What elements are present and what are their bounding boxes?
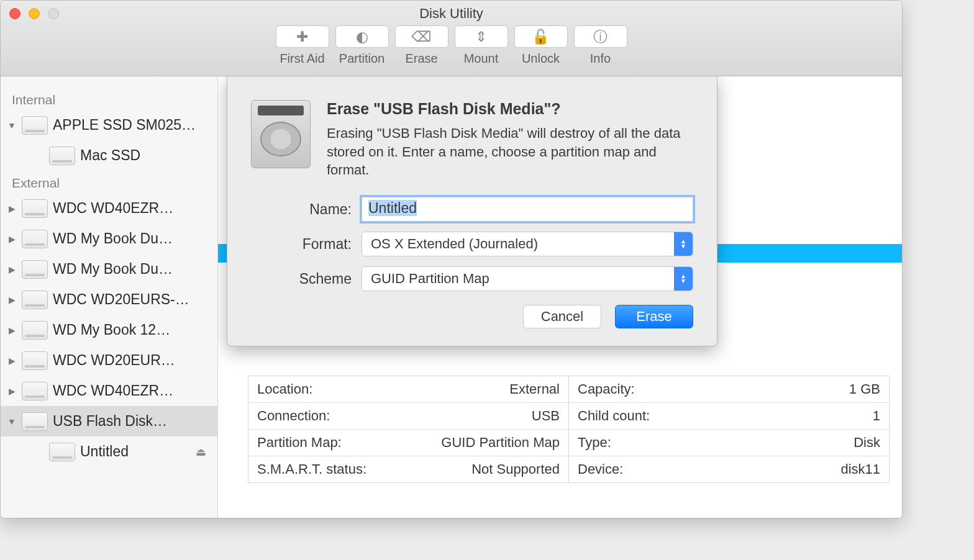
stethoscope-icon: ✚ [296,29,308,45]
eject-icon[interactable]: ⏏ [196,445,206,459]
sidebar-item-external-disk[interactable]: ▶ WDC WD20EURS-… [1,284,217,315]
disclosure-triangle-icon[interactable]: ▶ [7,325,17,335]
titlebar: Disk Utility ✚ First Aid ◐ Partition ⌫ E… [1,1,902,76]
disclosure-triangle-icon[interactable]: ▶ [7,204,17,214]
format-label: Format: [282,236,352,253]
toolbar-mount[interactable]: ⇕ Mount [455,25,508,66]
sidebar-item-external-disk[interactable]: ▶ WD My Book Du… [1,254,217,284]
sidebar-item-usb-flash[interactable]: ▼ USB Flash Disk… [1,406,217,436]
info-key: Type: [578,435,611,451]
toolbar: ✚ First Aid ◐ Partition ⌫ Erase ⇕ Mount … [1,25,902,66]
window-body: Internal ▼ APPLE SSD SM025… Mac SSD Exte… [1,76,902,518]
sidebar-item-external-disk[interactable]: ▶ WD My Book Du… [1,224,217,254]
info-value: 1 [873,408,880,424]
sidebar-item-external-disk[interactable]: ▶ WD My Book 12… [1,315,217,345]
scheme-select[interactable]: GUID Partition Map ▲▼ [362,266,693,291]
info-value: External [509,381,560,397]
sidebar-item-volume[interactable]: Untitled ⏏ [1,436,217,467]
sidebar-item-label: WDC WD20EURS-… [53,291,189,308]
sidebar-item-label: WD My Book Du… [53,230,173,247]
disk-icon [22,230,48,248]
info-key: Capacity: [578,381,635,397]
lock-icon: 🔓 [532,29,550,45]
close-window-button[interactable] [9,8,20,19]
sidebar-item-label: APPLE SSD SM025… [53,117,196,133]
disk-icon [49,443,75,461]
sidebar-item-label: WD My Book Du… [53,261,173,278]
info-key: Child count: [578,408,650,424]
toolbar-firstaid[interactable]: ✚ First Aid [276,25,329,66]
cancel-button[interactable]: Cancel [523,305,601,328]
mount-icon: ⇕ [475,29,487,45]
sidebar-item-label: WDC WD40EZR… [53,200,173,217]
erase-sheet: Erase "USB Flash Disk Media"? Erasing "U… [227,76,717,346]
toolbar-erase[interactable]: ⌫ Erase [395,25,448,66]
disclosure-triangle-icon[interactable]: ▶ [7,386,17,396]
info-key: Connection: [257,408,330,424]
sidebar-section-internal: Internal [1,88,217,110]
format-select[interactable]: OS X Extended (Journaled) ▲▼ [362,232,693,256]
sidebar-item-external-disk[interactable]: ▶ WDC WD20EUR… [1,345,217,376]
sheet-title: Erase "USB Flash Disk Media"? [327,100,693,118]
disclosure-triangle-icon[interactable]: ▼ [7,120,17,130]
info-key: Device: [578,461,623,477]
sidebar-item-external-disk[interactable]: ▶ WDC WD40EZR… [1,193,217,224]
window-title: Disk Utility [1,1,902,22]
sidebar-item-external-disk[interactable]: ▶ WDC WD40EZR… [1,376,217,406]
harddrive-icon [251,100,311,168]
name-input[interactable]: Untitled [362,197,693,222]
zoom-window-button[interactable] [48,8,59,19]
sidebar-item-label: USB Flash Disk… [53,413,167,430]
disk-icon [22,351,48,370]
minimize-window-button[interactable] [29,8,40,19]
chevron-updown-icon: ▲▼ [674,267,693,291]
main-pane: Location:External Connection:USB Partiti… [218,76,902,518]
sidebar: Internal ▼ APPLE SSD SM025… Mac SSD Exte… [1,76,218,518]
erase-button[interactable]: Erase [615,305,693,328]
sidebar-item-label: WDC WD20EUR… [53,352,175,369]
disclosure-triangle-icon[interactable]: ▶ [7,234,17,244]
disclosure-triangle-icon[interactable]: ▶ [7,356,17,366]
disk-icon [49,147,75,165]
disk-icon [22,382,48,400]
sidebar-item-label: WD My Book 12… [53,322,170,338]
info-value: Not Supported [471,461,560,477]
sheet-message: Erasing "USB Flash Disk Media" will dest… [327,124,693,179]
sidebar-item-label: Mac SSD [80,147,140,164]
window-traffic-lights[interactable] [9,8,59,19]
disk-info-table: Location:External Connection:USB Partiti… [248,376,890,483]
chevron-updown-icon: ▲▼ [674,232,693,256]
toolbar-unlock[interactable]: 🔓 Unlock [514,25,568,66]
sidebar-item-volume[interactable]: Mac SSD [1,140,217,171]
toolbar-partition[interactable]: ◐ Partition [335,25,389,66]
info-key: Location: [257,381,312,397]
disk-utility-window: Disk Utility ✚ First Aid ◐ Partition ⌫ E… [0,0,903,518]
disk-icon [22,412,48,431]
disk-icon [22,260,48,279]
info-key: Partition Map: [257,435,342,451]
info-key: S.M.A.R.T. status: [257,461,366,477]
sidebar-item-label: WDC WD40EZR… [53,382,173,399]
erase-icon: ⌫ [411,29,432,45]
partition-icon: ◐ [356,29,368,45]
disk-icon [22,199,48,218]
toolbar-info[interactable]: ⓘ Info [574,25,627,66]
disk-icon [22,116,48,135]
info-icon: ⓘ [593,27,608,47]
info-value: USB [532,408,560,424]
disclosure-triangle-icon[interactable]: ▼ [7,417,17,427]
info-value: 1 GB [849,381,880,397]
info-value: Disk [853,435,880,451]
sidebar-item-internal-disk[interactable]: ▼ APPLE SSD SM025… [1,110,217,140]
scheme-label: Scheme [282,271,352,287]
disk-icon [22,321,48,340]
disk-icon [22,291,48,309]
disclosure-triangle-icon[interactable]: ▶ [7,264,17,274]
sidebar-section-external: External [1,171,217,193]
info-value: disk11 [840,461,880,477]
info-value: GUID Partition Map [441,435,560,451]
disclosure-triangle-icon[interactable]: ▶ [7,295,17,305]
sidebar-item-label: Untitled [80,443,129,460]
name-label: Name: [282,201,352,218]
